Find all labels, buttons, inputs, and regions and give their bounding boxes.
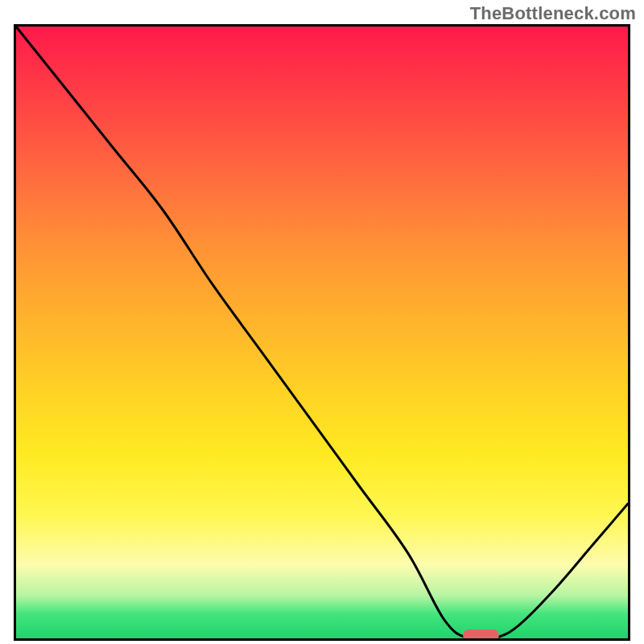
bottleneck-curve: [16, 27, 628, 638]
watermark-text: TheBottleneck.com: [470, 3, 636, 24]
plot-area: [14, 24, 630, 641]
optimal-marker: [463, 630, 500, 641]
